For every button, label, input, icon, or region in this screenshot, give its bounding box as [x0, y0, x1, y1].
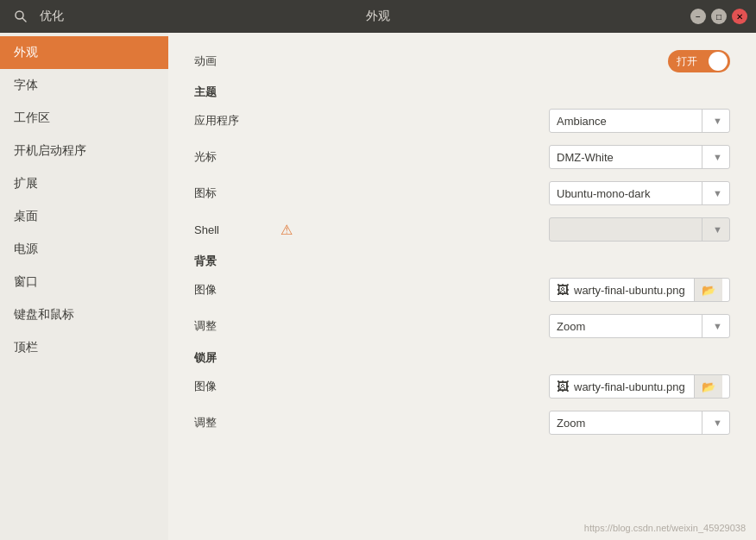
dropdown-separator-cursor [702, 146, 702, 168]
cursor-row: 光标 DMZ-White ▼ [194, 145, 730, 169]
cursor-dropdown-select[interactable]: DMZ-White ▼ [549, 145, 730, 169]
bg-adjust-row: 调整 Zoom ▼ [194, 314, 730, 338]
icon-dropdown[interactable]: Ubuntu-mono-dark ▼ [549, 181, 730, 205]
chevron-down-icon-icon: ▼ [713, 188, 722, 198]
ls-adjust-row: 调整 Zoom ▼ [194, 411, 730, 435]
bg-adjust-value: Zoom [557, 320, 698, 333]
sidebar-item-fonts[interactable]: 字体 [0, 69, 168, 102]
cursor-dropdown-value: DMZ-White [557, 151, 698, 164]
maximize-button[interactable]: □ [711, 9, 727, 24]
shell-dropdown-select[interactable]: ▼ [549, 217, 730, 242]
warning-icon: ⚠ [280, 222, 293, 238]
bg-image-filename: warty-final-ubuntu.png [574, 284, 690, 297]
sidebar: 外观 字体 工作区 开机启动程序 扩展 桌面 电源 窗口 键盘和鼠标 顶栏 [0, 33, 168, 540]
toggle-knob [709, 52, 728, 71]
ls-adjust-label: 调整 [194, 415, 280, 430]
application-dropdown[interactable]: Ambiance ▼ [549, 109, 730, 133]
chevron-down-icon-bg-adjust: ▼ [713, 321, 722, 331]
titlebar-left: 优化 [9, 4, 64, 28]
application-theme-dropdown[interactable]: Ambiance ▼ [549, 109, 730, 133]
sidebar-item-keyboard-mouse[interactable]: 键盘和鼠标 [0, 298, 168, 331]
ls-image-picker[interactable]: 🖼 warty-final-ubuntu.png 📂 [549, 374, 730, 399]
window-title: 外观 [366, 9, 390, 24]
application-dropdown-value: Ambiance [557, 115, 698, 128]
chevron-down-icon-cursor: ▼ [713, 152, 722, 162]
animation-toggle[interactable]: 打开 [668, 50, 730, 72]
background-section-heading: 背景 [194, 254, 730, 269]
chevron-down-icon-ls-adjust: ▼ [713, 418, 722, 428]
sidebar-item-workspace[interactable]: 工作区 [0, 102, 168, 135]
bg-image-label: 图像 [194, 282, 280, 298]
content-area: 动画 打开 主题 应用程序 Ambiance ▼ 光标 [168, 33, 756, 540]
ls-adjust-dropdown[interactable]: Zoom ▼ [549, 411, 730, 435]
shell-label: Shell [194, 223, 280, 236]
cursor-label: 光标 [194, 149, 280, 165]
sidebar-item-extensions[interactable]: 扩展 [0, 167, 168, 200]
sidebar-item-window[interactable]: 窗口 [0, 266, 168, 298]
ls-image-open-button[interactable]: 📂 [694, 375, 722, 398]
bg-adjust-select[interactable]: Zoom ▼ [549, 314, 730, 338]
ls-adjust-value: Zoom [557, 417, 698, 430]
toggle-on-label: 打开 [668, 54, 697, 69]
sidebar-item-appearance[interactable]: 外观 [0, 36, 168, 69]
shell-dropdown[interactable]: ▼ [549, 217, 730, 242]
dropdown-separator-shell [702, 218, 702, 241]
icon-dropdown-value: Ubuntu-mono-dark [557, 187, 698, 200]
bg-image-picker[interactable]: 🖼 warty-final-ubuntu.png 📂 [549, 278, 730, 302]
watermark: https://blog.csdn.net/weixin_45929038 [584, 523, 746, 533]
icon-row: 图标 Ubuntu-mono-dark ▼ [194, 181, 730, 205]
sidebar-item-startup[interactable]: 开机启动程序 [0, 135, 168, 167]
close-button[interactable]: ✕ [732, 9, 747, 24]
chevron-down-icon-shell: ▼ [713, 224, 722, 235]
bg-adjust-label: 调整 [194, 318, 280, 334]
window-controls: − □ ✕ [690, 9, 747, 24]
sidebar-item-topbar[interactable]: 顶栏 [0, 331, 168, 364]
search-icon[interactable] [9, 4, 33, 28]
dropdown-separator-icon [702, 182, 702, 204]
toggle-switch-animation[interactable]: 打开 [668, 50, 730, 72]
bg-image-open-button[interactable]: 📂 [694, 279, 722, 301]
titlebar: 优化 外观 − □ ✕ [0, 0, 756, 33]
animation-label: 动画 [194, 53, 280, 69]
dropdown-separator-ls-adjust [702, 411, 702, 434]
shell-row: Shell ⚠ ▼ [194, 217, 730, 242]
sidebar-item-desktop[interactable]: 桌面 [0, 200, 168, 233]
icon-dropdown-select[interactable]: Ubuntu-mono-dark ▼ [549, 181, 730, 205]
chevron-down-icon: ▼ [713, 116, 722, 126]
ls-file-picker[interactable]: 🖼 warty-final-ubuntu.png 📂 [549, 374, 730, 399]
app-name: 优化 [40, 9, 64, 24]
image-file-icon: 🖼 [557, 283, 569, 297]
animation-row: 动画 打开 [194, 50, 730, 72]
sidebar-item-power[interactable]: 电源 [0, 233, 168, 266]
icon-label: 图标 [194, 185, 280, 201]
theme-section-heading: 主题 [194, 85, 730, 100]
bg-file-picker[interactable]: 🖼 warty-final-ubuntu.png 📂 [549, 278, 730, 302]
minimize-button[interactable]: − [690, 9, 706, 24]
application-theme-label: 应用程序 [194, 113, 280, 129]
bg-image-row: 图像 🖼 warty-final-ubuntu.png 📂 [194, 278, 730, 302]
main-layout: 外观 字体 工作区 开机启动程序 扩展 桌面 电源 窗口 键盘和鼠标 顶栏 动画… [0, 33, 756, 540]
ls-image-row: 图像 🖼 warty-final-ubuntu.png 📂 [194, 374, 730, 399]
dropdown-separator [702, 110, 702, 132]
dropdown-separator-bg-adjust [702, 315, 702, 337]
ls-adjust-select[interactable]: Zoom ▼ [549, 411, 730, 435]
cursor-dropdown[interactable]: DMZ-White ▼ [549, 145, 730, 169]
ls-image-filename: warty-final-ubuntu.png [574, 380, 690, 393]
ls-image-file-icon: 🖼 [557, 380, 569, 393]
lockscreen-section-heading: 锁屏 [194, 350, 730, 366]
svg-line-1 [22, 18, 26, 22]
bg-adjust-dropdown[interactable]: Zoom ▼ [549, 314, 730, 338]
ls-image-label: 图像 [194, 379, 280, 394]
application-theme-row: 应用程序 Ambiance ▼ [194, 109, 730, 133]
